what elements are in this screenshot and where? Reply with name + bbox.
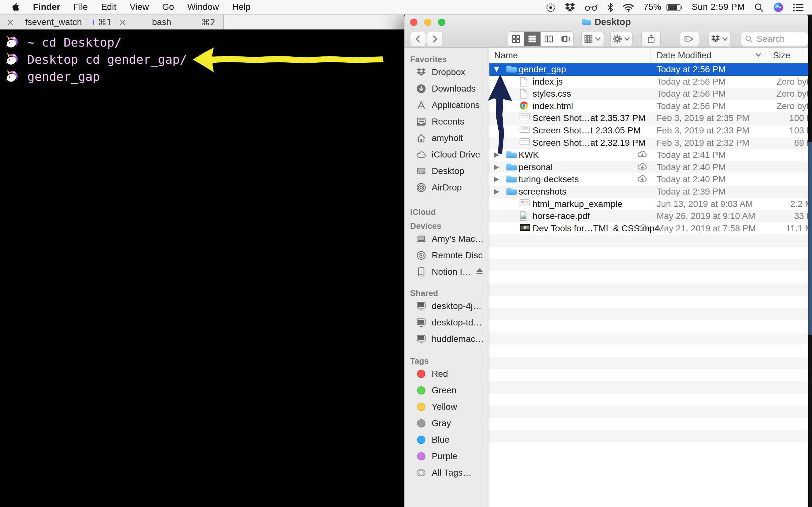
terminal-window: × fsevent_watch ⌘1 × bash ⌘2 ~ cd Deskto… xyxy=(0,14,404,507)
file-row-index-js[interactable]: index.js Today at 2:56 PM Zero bytes xyxy=(490,76,808,88)
sidebar-tag-red[interactable]: Red xyxy=(404,366,489,382)
sidebar-item-amys-mac[interactable]: Amy’s Mac… xyxy=(404,231,489,247)
red-tag-icon xyxy=(417,370,425,378)
screenshot-thumbnail-icon xyxy=(519,138,530,146)
column-view-button[interactable] xyxy=(541,32,557,46)
action-gear-button[interactable] xyxy=(610,32,632,46)
menu-item-file[interactable]: File xyxy=(73,2,88,12)
screenshot-thumbnail-icon xyxy=(519,125,530,133)
desktop-icon xyxy=(416,166,426,176)
icon-view-button[interactable] xyxy=(508,32,524,46)
menubar-clock[interactable]: Sun 2:59 PM xyxy=(692,2,745,12)
tag-button[interactable] xyxy=(680,32,699,46)
applications-icon xyxy=(416,100,426,111)
sidebar-item-dropbox[interactable]: Dropbox xyxy=(404,64,489,80)
unicorn-emoji-icon xyxy=(4,52,19,67)
disclosure-closed-icon[interactable]: ▶ xyxy=(494,175,502,183)
battery-icon[interactable] xyxy=(666,2,682,12)
file-row-screenshots[interactable]: ▶ screenshots Today at 2:39 PM xyxy=(490,186,808,198)
spotlight-search-icon[interactable] xyxy=(754,2,764,12)
file-row-kwk[interactable]: ▶ KWK Today at 2:41 PM xyxy=(490,149,808,161)
desktop-screen: Finder File Edit View Go Window Help 75%… xyxy=(0,0,812,507)
blue-tag-icon xyxy=(417,436,425,444)
terminal-content[interactable]: ~ cd Desktop/ Desktop cd gender_gap/ gen… xyxy=(0,30,404,507)
bluetooth-icon[interactable] xyxy=(607,2,613,12)
file-row-gender-gap[interactable]: ▼ gender_gap Today at 2:56 PM xyxy=(490,63,808,76)
terminal-tab-bash[interactable]: × bash ⌘2 xyxy=(112,14,223,30)
dropbox-icon[interactable] xyxy=(565,2,575,12)
disclosure-open-icon[interactable]: ▼ xyxy=(494,65,502,73)
menu-item-help[interactable]: Help xyxy=(232,2,251,12)
file-row-dev-tools-mp4[interactable]: Dev Tools for…TML & CSS.mp4 May 21, 2019… xyxy=(490,222,808,235)
siri-icon[interactable] xyxy=(773,2,783,13)
sidebar-item-applications[interactable]: Applications xyxy=(404,97,489,113)
menu-item-go[interactable]: Go xyxy=(162,2,174,12)
notification-list-icon[interactable] xyxy=(793,2,804,12)
empty-list-stripes xyxy=(490,234,808,444)
column-header-size[interactable]: Size xyxy=(773,50,790,60)
sidebar-item-remote-disc[interactable]: Remote Disc xyxy=(404,247,489,264)
sidebar-tag-purple[interactable]: Purple xyxy=(404,448,489,464)
forward-button[interactable] xyxy=(427,32,443,46)
video-thumbnail-icon xyxy=(519,223,530,232)
file-row-screenshot-1[interactable]: Screen Shot…at 2.35.37 PM Feb 3, 2019 at… xyxy=(490,112,808,124)
sidebar-item-desktop[interactable]: Desktop xyxy=(404,163,489,179)
file-row-styles-css[interactable]: styles.css Today at 2:56 PM Zero bytes xyxy=(490,88,808,100)
file-row-horse-race-pdf[interactable]: horse-race.pdf May 26, 2019 at 9:10 AM 3… xyxy=(490,210,808,222)
sidebar-tag-yellow[interactable]: Yellow xyxy=(404,399,489,415)
display-icon xyxy=(416,334,426,344)
column-header-date-modified[interactable]: Date Modified xyxy=(657,50,711,60)
sidebar-tag-blue[interactable]: Blue xyxy=(404,432,489,448)
disclosure-closed-icon[interactable]: ▶ xyxy=(494,187,502,195)
group-by-button[interactable] xyxy=(581,32,604,46)
file-row-personal[interactable]: ▶ personal Today at 2:40 PM xyxy=(490,161,808,174)
pdf-icon xyxy=(519,211,528,221)
sidebar-section-devices: Devices xyxy=(404,221,489,231)
disclosure-closed-icon[interactable]: ▶ xyxy=(494,163,502,171)
menu-item-edit[interactable]: Edit xyxy=(101,2,116,12)
file-row-screenshot-2[interactable]: Screen Shot…t 2.33.05 PM Feb 3, 2019 at … xyxy=(490,124,808,137)
finder-titlebar[interactable]: Desktop xyxy=(404,14,808,48)
sidebar-tag-green[interactable]: Green xyxy=(404,382,489,399)
sidebar-item-airdrop[interactable]: AirDrop xyxy=(404,179,489,196)
column-header-name[interactable]: Name xyxy=(494,50,518,60)
glasses-icon[interactable] xyxy=(585,2,598,12)
search-field[interactable] xyxy=(741,32,808,46)
coverflow-view-button[interactable] xyxy=(557,32,573,46)
file-row-index-html[interactable]: index.html Today at 2:56 PM Zero bytes xyxy=(490,100,808,112)
file-row-html-markup-example[interactable]: html_markup_example Jun 13, 2019 at 9:03… xyxy=(490,198,808,210)
purple-tag-icon xyxy=(417,452,425,460)
gear-icon xyxy=(613,35,622,43)
back-button[interactable] xyxy=(410,32,426,46)
sidebar-item-recents[interactable]: Recents xyxy=(404,113,489,130)
sidebar-item-desktop-4j[interactable]: desktop-4j… xyxy=(404,298,489,314)
menu-item-view[interactable]: View xyxy=(130,2,149,12)
search-input[interactable] xyxy=(756,34,805,44)
sidebar-item-icloud-drive[interactable]: iCloud Drive xyxy=(404,147,489,163)
file-row-turing-decksets[interactable]: ▶ turing-decksets Today at 2:40 PM xyxy=(490,173,808,186)
sidebar-item-huddlemac[interactable]: huddlemac… xyxy=(404,331,489,347)
finder-toolbar xyxy=(404,30,808,48)
tab-close-icon[interactable]: × xyxy=(6,16,14,27)
apple-menu[interactable] xyxy=(12,2,20,12)
dropbox-icon xyxy=(416,67,426,78)
sidebar-item-desktop-td[interactable]: desktop-td… xyxy=(404,314,489,331)
file-list: Name Date Modified Size ▼ gender_gap Tod… xyxy=(490,48,808,507)
tab-close-icon[interactable]: × xyxy=(119,16,126,27)
dropbox-menu-button[interactable] xyxy=(709,32,731,46)
sidebar-all-tags[interactable]: All Tags… xyxy=(404,464,489,481)
menu-item-window[interactable]: Window xyxy=(187,2,219,12)
list-view-button[interactable] xyxy=(524,32,541,46)
menu-item-finder[interactable]: Finder xyxy=(33,2,60,12)
record-icon[interactable] xyxy=(546,2,555,12)
share-button[interactable] xyxy=(641,32,661,46)
sidebar-tag-gray[interactable]: Gray xyxy=(404,415,489,432)
sidebar-item-downloads[interactable]: Downloads xyxy=(404,80,489,97)
sidebar-item-notion[interactable]: Notion I… xyxy=(404,264,489,280)
finder-window: Desktop xyxy=(404,14,808,507)
file-row-screenshot-3[interactable]: Screen Shot…at 2.32.19 PM Feb 3, 2019 at… xyxy=(490,137,808,149)
terminal-tab-fsevent-watch[interactable]: × fsevent_watch ⌘1 xyxy=(0,14,112,30)
eject-icon[interactable] xyxy=(476,267,484,277)
sidebar-item-amyholt-home[interactable]: amyholt xyxy=(404,130,489,147)
wifi-icon[interactable] xyxy=(623,2,634,12)
